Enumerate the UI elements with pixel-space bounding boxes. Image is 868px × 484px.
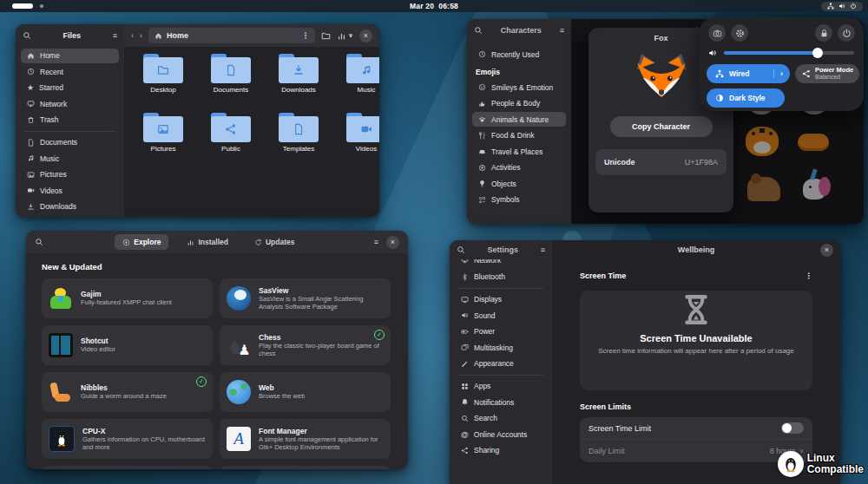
document-emblem-icon bbox=[225, 64, 237, 76]
search-icon[interactable] bbox=[35, 238, 43, 246]
folder-item-templates[interactable]: Templates bbox=[268, 113, 329, 153]
sidebar-item-starred[interactable]: ★Starred bbox=[21, 81, 119, 95]
tab-updates[interactable]: Updates bbox=[247, 234, 303, 250]
sidebar-item-music[interactable]: Music bbox=[21, 151, 119, 166]
clock[interactable]: Mar 20 06:58 bbox=[0, 2, 868, 10]
tab-explore[interactable]: Explore bbox=[115, 234, 168, 250]
sidebar-item-displays[interactable]: Displays bbox=[455, 292, 547, 307]
back-icon[interactable]: ‹ bbox=[131, 31, 134, 40]
settings-button[interactable] bbox=[731, 24, 748, 42]
power-button[interactable] bbox=[838, 24, 855, 42]
hourglass-icon bbox=[679, 291, 713, 329]
sidebar-item-animals-nature[interactable]: Animals & Nature bbox=[472, 112, 566, 127]
sidebar-item-multitasking[interactable]: Multitasking bbox=[455, 340, 547, 355]
sidebar-item-trash[interactable]: Trash bbox=[21, 113, 119, 128]
picture-icon bbox=[27, 171, 35, 179]
screenshot-button[interactable] bbox=[708, 24, 726, 42]
folder-item-music[interactable]: Music bbox=[336, 54, 379, 94]
power-mode-toggle[interactable]: Power Mode Balanced bbox=[795, 64, 859, 83]
installed-icon bbox=[187, 239, 194, 246]
sidebar-item-documents[interactable]: Documents bbox=[21, 135, 119, 150]
chevron-right-icon[interactable]: › bbox=[773, 69, 783, 78]
sidebar-item-objects[interactable]: Objects bbox=[472, 176, 566, 191]
folder-item-downloads[interactable]: Downloads bbox=[268, 54, 329, 94]
network-icon bbox=[461, 259, 469, 264]
sidebar-item-bluetooth[interactable]: Bluetooth bbox=[455, 270, 547, 285]
app-card-nibbles[interactable]: ✓ NibblesGuide a worm around a maze bbox=[42, 372, 213, 412]
hamburger-menu-icon[interactable]: ≡ bbox=[541, 245, 545, 254]
folder-item-documents[interactable]: Documents bbox=[201, 54, 261, 94]
close-button[interactable]: × bbox=[820, 244, 833, 257]
sidebar-item-sharing[interactable]: Sharing bbox=[455, 443, 547, 458]
sidebar-item-pictures[interactable]: Pictures bbox=[21, 167, 119, 182]
folder-item-pictures[interactable]: Pictures bbox=[133, 113, 194, 153]
app-card-shotcut[interactable]: ShotcutVideo editor bbox=[42, 325, 213, 365]
search-icon[interactable] bbox=[23, 31, 31, 40]
search-icon bbox=[461, 415, 469, 422]
app-card-font-manager[interactable]: A Font ManagerA simple font management a… bbox=[220, 419, 391, 459]
picture-emblem-icon bbox=[157, 123, 169, 135]
sidebar-item-people-body[interactable]: People & Body bbox=[472, 96, 566, 111]
sidebar-item-notifications[interactable]: Notifications bbox=[455, 395, 547, 409]
hamburger-menu-icon[interactable]: ≡ bbox=[374, 238, 378, 246]
folder-icon bbox=[143, 54, 183, 83]
sidebar-item-recent[interactable]: Recent bbox=[21, 64, 119, 79]
sidebar-item-downloads[interactable]: Downloads bbox=[21, 199, 119, 214]
tab-installed[interactable]: Installed bbox=[179, 234, 235, 250]
sidebar-item-travel-places[interactable]: Travel & Places bbox=[472, 144, 566, 159]
path-bar[interactable]: Home ⋮ bbox=[148, 28, 315, 43]
dark-style-toggle[interactable]: Dark Style bbox=[707, 88, 785, 108]
sidebar-item-network[interactable]: Network bbox=[21, 96, 119, 111]
sidebar-item-search[interactable]: Search bbox=[455, 411, 547, 426]
screen-time-limit-toggle[interactable] bbox=[781, 422, 804, 434]
screen-limits-header: Screen Limits bbox=[580, 402, 812, 411]
sidebar-item-power[interactable]: Power bbox=[455, 324, 547, 339]
sidebar-item-food-drink[interactable]: Food & Drink bbox=[472, 128, 566, 143]
lightbulb-icon bbox=[478, 180, 486, 187]
sidebar-item-network[interactable]: Network bbox=[455, 259, 547, 267]
app-card-web[interactable]: WebBrowse the web bbox=[220, 372, 391, 412]
screen-time-kebab-icon[interactable]: ⋮ bbox=[805, 271, 812, 280]
view-options-button[interactable]: ∨ bbox=[337, 31, 353, 41]
folder-item-videos[interactable]: Videos bbox=[336, 113, 379, 153]
app-card-cpux[interactable]: CPU-XGathers information on CPU, motherb… bbox=[42, 419, 213, 459]
hamburger-menu-icon[interactable]: ≡ bbox=[560, 26, 564, 35]
sidebar-item-appearance[interactable]: Appearance bbox=[455, 356, 547, 371]
fox-emoji bbox=[634, 53, 689, 102]
volume-slider-knob[interactable] bbox=[812, 48, 823, 58]
bell-icon bbox=[461, 398, 469, 406]
close-button[interactable]: × bbox=[359, 29, 372, 43]
sidebar-item-smileys-emotion[interactable]: Smileys & Emotion bbox=[472, 80, 566, 95]
smiley-icon bbox=[478, 83, 486, 91]
sidebar-item-activities[interactable]: Activities bbox=[472, 160, 566, 175]
search-icon[interactable] bbox=[457, 245, 465, 254]
close-button[interactable]: × bbox=[386, 236, 399, 249]
forward-icon[interactable]: › bbox=[140, 31, 142, 40]
folder-menu-kebab-icon[interactable]: ⋮ bbox=[301, 31, 309, 40]
sidebar-item-online-accounts[interactable]: @Online Accounts bbox=[455, 427, 547, 441]
wired-toggle[interactable]: Wired › bbox=[707, 64, 790, 83]
copy-character-button[interactable]: Copy Character bbox=[610, 116, 713, 137]
unicode-value: U+1F98A bbox=[685, 158, 718, 167]
thumbs-up-icon bbox=[478, 100, 486, 108]
sidebar-item-videos[interactable]: Videos bbox=[21, 183, 119, 198]
sidebar-item-home[interactable]: Home bbox=[21, 49, 119, 63]
app-card-partial[interactable] bbox=[42, 466, 213, 469]
lock-button[interactable] bbox=[815, 24, 832, 42]
sidebar-item-symbols[interactable]: Symbols bbox=[472, 193, 566, 207]
app-card-sasview[interactable]: SasViewSasView is a Small Angle Scatteri… bbox=[220, 278, 391, 318]
sidebar-item-sound[interactable]: Sound bbox=[455, 308, 547, 323]
volume-slider[interactable] bbox=[724, 51, 854, 55]
web-app-icon bbox=[227, 380, 251, 404]
folder-item-desktop[interactable]: Desktop bbox=[133, 54, 194, 94]
hamburger-menu-icon[interactable]: ≡ bbox=[113, 31, 117, 40]
app-card-chess[interactable]: ✓ ♞ ♟ ChessPlay the classic two-player b… bbox=[220, 325, 391, 365]
search-everywhere-icon[interactable] bbox=[321, 31, 331, 41]
app-card-gajim[interactable]: GajimFully-featured XMPP chat client bbox=[42, 278, 213, 318]
search-icon[interactable] bbox=[474, 26, 483, 35]
compass-icon bbox=[122, 239, 130, 246]
sidebar-item-apps[interactable]: Apps bbox=[455, 379, 547, 394]
folder-item-public[interactable]: Public bbox=[201, 113, 261, 153]
app-card-partial[interactable] bbox=[220, 466, 391, 469]
sidebar-item-recently-used[interactable]: Recently Used bbox=[472, 47, 566, 62]
